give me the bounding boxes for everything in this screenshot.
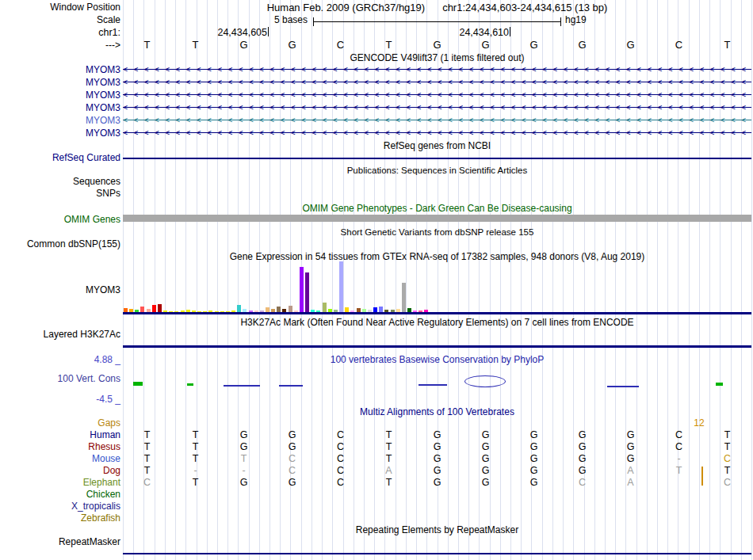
window-position-label: Window Position — [0, 2, 120, 13]
sidebar-item-gene-3[interactable]: MYOM3 — [0, 89, 120, 101]
gap-count-value: 12 — [683, 417, 715, 429]
alignment-base: T — [171, 477, 220, 489]
alignment-base: G — [413, 453, 461, 465]
gene-transcript-row[interactable]: <<<<<<<<<<<<<<<<<<<<<<<<<<<<<<<<<<<<<<<<… — [123, 89, 751, 101]
sidebar-item-sequences[interactable]: Sequences — [0, 176, 120, 188]
alignment-base: G — [461, 477, 510, 489]
track-title-h3k27ac: H3K27Ac Mark (Often Found Near Active Re… — [123, 317, 751, 328]
alignment-base: T — [123, 465, 171, 477]
track-title-dbsnp: Short Genetic Variants from dbSNP releas… — [123, 227, 751, 238]
gtex-expression-bar[interactable] — [323, 303, 327, 312]
sidebar-item-gene-5[interactable]: MYOM3 — [0, 114, 120, 127]
gene-transcript-row[interactable]: <<<<<<<<<<<<<<<<<<<<<<<<<<<<<<<<<<<<<<<<… — [123, 63, 751, 76]
species-label-human[interactable]: Human — [0, 429, 120, 441]
sidebar-item-gene-4[interactable]: MYOM3 — [0, 101, 120, 114]
gene-transcript-row[interactable]: <<<<<<<<<<<<<<<<<<<<<<<<<<<<<<<<<<<<<<<<… — [123, 127, 751, 139]
species-label-zebrafish[interactable]: Zebrafish — [0, 512, 120, 524]
species-label-chicken[interactable]: Chicken — [0, 489, 120, 501]
gtex-expression-bar[interactable] — [152, 305, 156, 312]
alignment-base: - — [655, 453, 703, 465]
gtex-expression-bar[interactable] — [379, 307, 383, 312]
alignment-base: C — [268, 453, 316, 465]
gene-transcript-row[interactable]: <<<<<<<<<<<<<<<<<<<<<<<<<<<<<<<<<<<<<<<<… — [123, 101, 751, 114]
ruler-tick-label: 24,434,610 — [365, 27, 509, 38]
alignment-base: C — [316, 477, 365, 489]
sidebar-item-gene-6[interactable]: MYOM3 — [0, 127, 120, 139]
scale-value: 5 bases — [123, 14, 308, 25]
alignment-base: G — [268, 429, 316, 441]
gtex-expression-bar[interactable] — [300, 267, 304, 312]
alignment-base: T — [123, 441, 171, 453]
sidebar-item-gene-2[interactable]: MYOM3 — [0, 76, 120, 89]
alignment-base: T — [655, 465, 703, 477]
h3k27ac-track-band[interactable] — [123, 345, 751, 348]
sidebar-item-vert-cons[interactable]: 100 Vert. Cons — [0, 373, 120, 385]
species-label-gaps[interactable]: Gaps — [0, 417, 120, 429]
sidebar-item-layered-h3k27ac[interactable]: Layered H3K27Ac — [0, 329, 120, 341]
sidebar-item-repeatmasker[interactable]: RepeatMasker — [0, 536, 120, 548]
gap-indicator-tick — [701, 467, 703, 486]
sidebar-item-common-dbsnp[interactable]: Common dbSNP(155) — [0, 238, 120, 250]
alignment-base: G — [510, 429, 558, 441]
species-label-elephant[interactable]: Elephant — [0, 477, 120, 489]
alignment-base: C — [316, 441, 365, 453]
gtex-expression-bar[interactable] — [402, 283, 406, 312]
alignment-base: G — [558, 441, 606, 453]
sidebar-item-omim-genes[interactable]: OMIM Genes — [0, 214, 120, 226]
species-label-rhesus[interactable]: Rhesus — [0, 441, 120, 453]
alignment-base: G — [220, 477, 268, 489]
gtex-expression-bar[interactable] — [158, 304, 162, 312]
alignment-base: T — [365, 453, 413, 465]
gtex-expression-bar[interactable] — [339, 261, 343, 312]
gene-transcript-row[interactable]: <<<<<<<<<<<<<<<<<<<<<<<<<<<<<<<<<<<<<<<<… — [123, 114, 751, 127]
sidebar-item-refseq-curated[interactable]: RefSeq Curated — [0, 152, 120, 164]
alignment-base: T — [171, 453, 220, 465]
sidebar-item-gene-1[interactable]: MYOM3 — [0, 63, 120, 76]
position-range: chr1:24,434,603-24,434,615 (13 bp) — [442, 2, 607, 13]
base-letter: G — [558, 40, 606, 51]
refseq-curated-gene-line[interactable] — [123, 158, 751, 159]
track-title-repeatmasker: Repeating Elements by RepeatMasker — [123, 524, 751, 535]
base-letter: G — [606, 40, 655, 51]
track-title-refseq: RefSeq genes from NCBI — [123, 140, 751, 151]
gene-transcript-row[interactable]: <<<<<<<<<<<<<<<<<<<<<<<<<<<<<<<<<<<<<<<<… — [123, 76, 751, 89]
strand-arrow-label: ---> — [0, 40, 120, 51]
alignment-base: T — [365, 477, 413, 489]
species-label-x_tropicalis[interactable]: X_tropicalis — [0, 501, 120, 512]
alignment-base: G — [413, 477, 461, 489]
species-label-dog[interactable]: Dog — [0, 465, 120, 477]
genome-version-label: hg19 — [565, 14, 587, 25]
phylop-axis-max: 4.88 _ — [0, 354, 120, 366]
ruler-tick — [268, 27, 269, 36]
gtex-expression-bar[interactable] — [140, 307, 144, 312]
alignment-base: G — [461, 465, 510, 477]
ruler-tick — [510, 27, 510, 36]
alignment-base: C — [703, 477, 751, 489]
alignment-base: T — [123, 429, 171, 441]
alignment-base: C — [268, 465, 316, 477]
ruler-tick-label: 24,434,605 — [123, 27, 267, 38]
alignment-base: G — [220, 429, 268, 441]
alignment-base: G — [510, 477, 558, 489]
alignment-base: T — [123, 453, 171, 465]
species-label-mouse[interactable]: Mouse — [0, 453, 120, 465]
alignment-base: G — [461, 429, 510, 441]
base-letter: T — [703, 40, 751, 51]
alignment-base: C — [316, 429, 365, 441]
gtex-expression-bar[interactable] — [305, 272, 309, 312]
sidebar-item-snps[interactable]: SNPs — [0, 188, 120, 200]
phylop-mark — [279, 385, 303, 387]
alignment-base: T — [703, 465, 751, 477]
gtex-expression-bar[interactable] — [237, 305, 241, 312]
bottom-track-separator — [123, 553, 751, 554]
grid-guideline — [751, 0, 752, 560]
alignment-base: C — [703, 453, 751, 465]
gtex-expression-bar[interactable] — [277, 307, 281, 312]
gtex-expression-bar[interactable] — [289, 306, 292, 312]
alignment-base: G — [606, 441, 655, 453]
window-position-header: Human Feb. 2009 (GRCh37/hg19) chr1:24,43… — [123, 2, 751, 13]
sidebar-item-gtex-gene[interactable]: MYOM3 — [0, 284, 120, 296]
alignment-base: G — [510, 465, 558, 477]
alignment-base: G — [558, 465, 606, 477]
omim-gene-bar[interactable] — [123, 215, 751, 222]
